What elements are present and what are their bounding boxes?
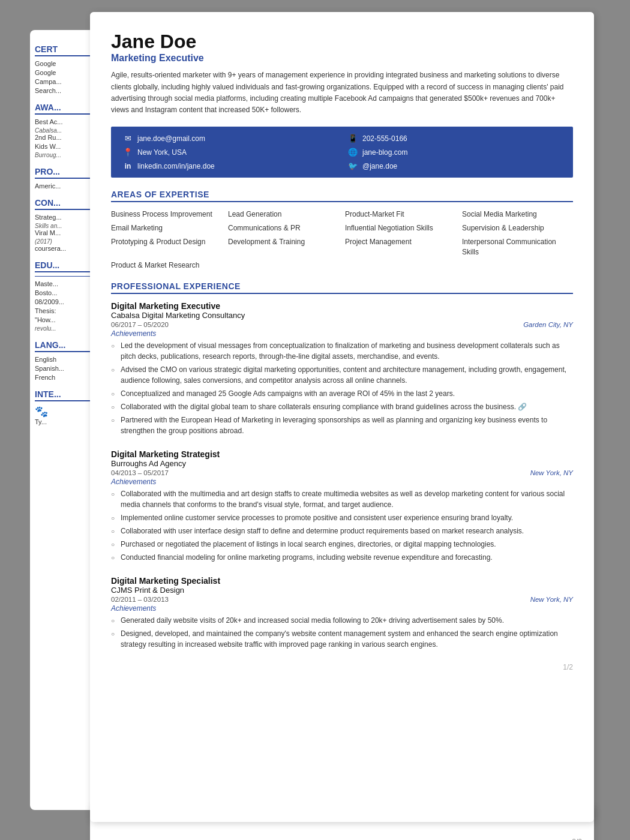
expertise-item-1: Lead Generation bbox=[228, 209, 339, 220]
experience-heading: PROFESSIONAL EXPERIENCE bbox=[111, 281, 573, 294]
sidebar-con-item1: Strateg... bbox=[35, 214, 94, 221]
sidebar-cert-item2: Google bbox=[35, 69, 94, 76]
contact-website: 🌐 jane-blog.com bbox=[348, 148, 561, 157]
expertise-section: AREAS OF EXPERTISE Business Process Impr… bbox=[111, 190, 573, 271]
job-2-bullet-3: Purchased or negotiated the placement of… bbox=[111, 539, 573, 550]
job-3-bullet-1: Designed, developed, and maintained the … bbox=[111, 628, 573, 650]
sidebar-pro-title: PRO... bbox=[35, 167, 94, 179]
job-1-bullet-0: Led the development of visual messages f… bbox=[111, 340, 573, 362]
sidebar-con-sub2: (2017) bbox=[35, 238, 94, 245]
job-2-dates: 04/2013 – 05/2017 bbox=[111, 469, 169, 476]
job-1-bullet-3: Collaborated with the digital global tea… bbox=[111, 401, 573, 412]
job-1-dates: 06/2017 – 05/2020 bbox=[111, 321, 169, 328]
job-2-title: Digital Marketing Strategist bbox=[111, 449, 573, 459]
contact-email: ✉ jane.doe@gmail.com bbox=[123, 134, 336, 143]
experience-section: PROFESSIONAL EXPERIENCE Digital Marketin… bbox=[111, 281, 573, 650]
sidebar-edu-title: EDU... bbox=[35, 260, 94, 272]
sidebar: CERT Google Google Campa... Search... AW… bbox=[30, 30, 99, 810]
job-3-title: Digital Marketing Specialist bbox=[111, 576, 573, 586]
sidebar-inte-title: INTE... bbox=[35, 389, 94, 401]
sidebar-con-sub1: Skills an... bbox=[35, 223, 94, 229]
job-2-bullets: Collaborated with the multimedia and art… bbox=[111, 488, 573, 563]
job-2-bullet-2: Collaborated with user interface design … bbox=[111, 526, 573, 536]
job-1-company: Cabalsa Digital Marketing Consultancy bbox=[111, 311, 573, 320]
sidebar-cert-title: CERT bbox=[35, 44, 94, 56]
job-2-location: New York, NY bbox=[530, 469, 573, 476]
job-1-bullet-4: Partnered with the European Head of Mark… bbox=[111, 415, 573, 436]
sidebar-edu-thesis-text: "How... bbox=[35, 316, 94, 323]
contact-location: 📍 New York, USA bbox=[123, 148, 336, 157]
sidebar-edu-item1: Maste... bbox=[35, 280, 94, 287]
job-3: Digital Marketing Specialist CJMS Print … bbox=[111, 576, 573, 650]
sidebar-con-item2: Viral M... bbox=[35, 229, 94, 236]
sidebar-edu-item2: Bosto... bbox=[35, 289, 94, 296]
contact-bar: ✉ jane.doe@gmail.com 📱 202-555-0166 📍 Ne… bbox=[111, 127, 573, 178]
expertise-item-4: Email Marketing bbox=[111, 223, 222, 233]
expertise-grid: Business Process Improvement Lead Genera… bbox=[111, 209, 573, 271]
sidebar-awa-title: AWA... bbox=[35, 103, 94, 115]
sidebar-lang-title: LANG... bbox=[35, 340, 94, 352]
sidebar-awa-item1: Best Ac... bbox=[35, 118, 94, 125]
job-1: Digital Marketing Executive Cabalsa Digi… bbox=[111, 301, 573, 436]
sidebar-cert-item1: Google bbox=[35, 60, 94, 67]
expertise-item-6: Influential Negotiation Skills bbox=[345, 223, 456, 233]
job-2: Digital Marketing Strategist Burroughs A… bbox=[111, 449, 573, 563]
job-3-bullets: Generated daily website visits of 20k+ a… bbox=[111, 615, 573, 650]
job-3-company: CJMS Print & Design bbox=[111, 586, 573, 595]
contact-linkedin: in linkedin.com/in/jane.doe bbox=[123, 161, 336, 170]
resume-header: Jane Doe Marketing Executive Agile, resu… bbox=[111, 30, 573, 116]
job-1-meta: 06/2017 – 05/2020 Garden City, NY bbox=[111, 321, 573, 328]
job-3-achievements-label: Achievements bbox=[111, 604, 573, 613]
job-1-achievements-label: Achievements bbox=[111, 329, 573, 338]
expertise-item-5: Communications & PR bbox=[228, 223, 339, 233]
sidebar-awa-item3: Kids W... bbox=[35, 143, 94, 150]
resume-main-page: Jane Doe Marketing Executive Agile, resu… bbox=[90, 12, 594, 822]
job-3-dates: 02/2011 – 03/2013 bbox=[111, 596, 169, 603]
job-2-bullet-1: Implemented online customer service proc… bbox=[111, 512, 573, 523]
sidebar-awa-sub1: Cabalsa... bbox=[35, 127, 94, 134]
sidebar-edu-thesis: Thesis: bbox=[35, 307, 94, 314]
sidebar-awa-sub3: Burroug... bbox=[35, 152, 94, 158]
expertise-item-9: Development & Training bbox=[228, 237, 339, 257]
job-2-bullet-0: Collaborated with the multimedia and art… bbox=[111, 488, 573, 510]
phone-icon: 📱 bbox=[348, 134, 358, 143]
candidate-name: Jane Doe bbox=[111, 30, 573, 53]
location-icon: 📍 bbox=[123, 148, 133, 157]
job-2-achievements-label: Achievements bbox=[111, 478, 573, 486]
job-3-meta: 02/2011 – 03/2013 New York, NY bbox=[111, 596, 573, 603]
expertise-item-10: Project Management bbox=[345, 237, 456, 257]
sidebar-cert-item3: Campa... bbox=[35, 78, 94, 85]
job-3-location: New York, NY bbox=[530, 596, 573, 603]
job-3-bullet-0: Generated daily website visits of 20k+ a… bbox=[111, 615, 573, 626]
contact-phone: 📱 202-555-0166 bbox=[348, 134, 561, 143]
sidebar-cert-item4: Search... bbox=[35, 87, 94, 94]
sidebar-lang-es: Spanish... bbox=[35, 365, 94, 372]
expertise-item-12: Product & Market Research bbox=[111, 260, 222, 271]
page-number: 1/2 bbox=[111, 663, 573, 671]
sidebar-edu-item3: 08/2009... bbox=[35, 298, 94, 305]
expertise-heading: AREAS OF EXPERTISE bbox=[111, 190, 573, 202]
job-2-bullet-4: Conducted financial modeling for online … bbox=[111, 552, 573, 563]
job-1-location: Garden City, NY bbox=[523, 321, 573, 328]
contact-twitter: 🐦 @jane.doe bbox=[348, 161, 561, 170]
job-1-bullet-1: Advised the CMO on various strategic dig… bbox=[111, 364, 573, 386]
job-2-meta: 04/2013 – 05/2017 New York, NY bbox=[111, 469, 573, 476]
globe-icon: 🌐 bbox=[348, 148, 358, 157]
job-1-bullet-2: Conceptualized and managed 25 Google Ads… bbox=[111, 388, 573, 399]
sidebar-awa-item2: 2nd Ru... bbox=[35, 134, 94, 141]
job-1-bullets: Led the development of visual messages f… bbox=[111, 340, 573, 436]
candidate-title: Marketing Executive bbox=[111, 53, 573, 64]
sidebar-con-title: CON... bbox=[35, 198, 94, 210]
sidebar-con-item3: coursera... bbox=[35, 245, 94, 252]
job-2-company: Burroughs Ad Agency bbox=[111, 459, 573, 468]
job-1-title: Digital Marketing Executive bbox=[111, 301, 573, 311]
sidebar-inte-item1: Ty... bbox=[35, 418, 94, 425]
candidate-summary: Agile, results-oriented marketer with 9+… bbox=[111, 70, 573, 116]
expertise-item-0: Business Process Improvement bbox=[111, 209, 222, 220]
expertise-item-8: Prototyping & Product Design bbox=[111, 237, 222, 257]
expertise-item-3: Social Media Marketing bbox=[462, 209, 573, 220]
sidebar-lang-fr: French bbox=[35, 374, 94, 381]
sidebar-edu-thesis-sub: revolu... bbox=[35, 325, 94, 332]
twitter-icon: 🐦 bbox=[348, 161, 358, 170]
expertise-item-2: Product-Market Fit bbox=[345, 209, 456, 220]
